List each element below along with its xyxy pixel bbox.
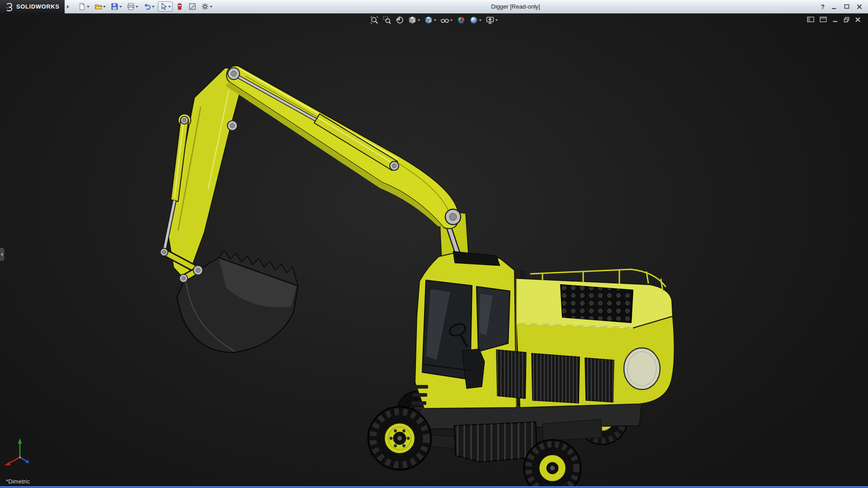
cab <box>411 251 516 408</box>
zoom-to-fit-button[interactable] <box>369 15 380 25</box>
heads-up-view-toolbar <box>369 15 499 25</box>
print-icon <box>127 3 135 10</box>
open-folder-icon <box>94 3 102 10</box>
select-cursor-icon <box>160 3 167 10</box>
rear-right-wheel[interactable] <box>576 393 628 445</box>
zoom-to-fit-icon <box>370 16 379 24</box>
featuremanager-flyout-tab[interactable] <box>0 248 4 261</box>
sketch-icon <box>189 3 196 10</box>
dropdown-caret-icon[interactable] <box>479 19 482 21</box>
boom-arm-assembly[interactable] <box>160 66 461 352</box>
collapse-arrow-icon <box>1 253 3 256</box>
split-pane-button[interactable] <box>820 16 827 23</box>
dropdown-caret-icon[interactable] <box>168 6 171 8</box>
titlebar: SOLIDWORKS <box>0 0 868 14</box>
restore-document-button[interactable] <box>844 17 849 23</box>
display-style-icon <box>425 16 433 24</box>
window-title: Digger [Read-only] <box>214 3 817 10</box>
open-button[interactable] <box>93 1 108 12</box>
minimize-button[interactable] <box>831 4 837 10</box>
new-document-icon <box>78 3 86 10</box>
edit-appearance-button[interactable] <box>456 15 467 25</box>
window-controls: ? <box>817 3 868 10</box>
undo-arrow-icon <box>143 3 151 10</box>
sketch-button[interactable] <box>187 1 198 12</box>
quick-access-toolbar <box>76 1 214 12</box>
dropdown-caret-icon[interactable] <box>418 19 420 21</box>
view-settings-icon <box>486 16 495 24</box>
zoom-to-area-button[interactable] <box>382 15 392 25</box>
new-document-button[interactable] <box>76 1 91 12</box>
restore-document-icon <box>844 17 849 23</box>
taskbar-edge <box>0 486 868 488</box>
solidworks-logo: SOLIDWORKS <box>0 0 65 14</box>
front-right-wheel[interactable] <box>524 440 581 488</box>
dropdown-caret-icon[interactable] <box>495 19 498 21</box>
hide-show-items-button[interactable] <box>440 15 454 25</box>
triad-z-axis <box>25 460 29 464</box>
display-style-button[interactable] <box>424 15 438 25</box>
menu-flyout-arrow-icon[interactable] <box>67 5 69 9</box>
select-tool-button[interactable] <box>158 1 173 12</box>
close-document-button[interactable] <box>855 17 861 23</box>
upper-body[interactable] <box>411 211 675 408</box>
render-tools-icon <box>176 3 184 10</box>
graphics-area[interactable]: *Dimetric <box>0 14 868 488</box>
dropdown-caret-icon[interactable] <box>103 6 106 8</box>
triad-x-axis <box>5 462 11 466</box>
orientation-triad[interactable] <box>5 438 29 465</box>
logo-text: SOLIDWORKS <box>16 3 60 10</box>
section-view-button[interactable] <box>395 15 405 25</box>
dropdown-caret-icon[interactable] <box>119 6 122 8</box>
bucket <box>177 250 298 352</box>
minimize-document-button[interactable] <box>832 17 838 23</box>
close-icon <box>856 4 863 10</box>
view-settings-button[interactable] <box>485 15 499 25</box>
options-gear-icon <box>201 3 209 10</box>
maximize-icon <box>844 4 850 10</box>
triad-y-axis <box>18 438 22 444</box>
edit-appearance-ball-icon <box>457 16 466 24</box>
view-orientation-cube-icon <box>408 16 417 24</box>
dropdown-caret-icon[interactable] <box>450 19 453 21</box>
save-button[interactable] <box>109 1 124 12</box>
rear-left-wheel[interactable] <box>397 391 439 433</box>
previous-pane-icon <box>807 16 814 23</box>
apply-scene-sphere-icon <box>470 16 478 24</box>
dropdown-caret-icon[interactable] <box>136 6 138 8</box>
view-orientation-button[interactable] <box>407 15 421 25</box>
split-pane-icon <box>820 16 827 23</box>
zoom-to-area-icon <box>383 16 392 24</box>
excavator-model[interactable] <box>160 66 675 488</box>
previous-pane-button[interactable] <box>807 16 814 23</box>
view-orientation-label: *Dimetric <box>6 478 30 485</box>
document-window-controls <box>807 16 861 23</box>
front-left-wheel[interactable] <box>368 407 431 470</box>
dropdown-caret-icon[interactable] <box>210 6 212 8</box>
maximize-button[interactable] <box>844 4 850 10</box>
print-button[interactable] <box>125 1 140 12</box>
section-view-icon <box>396 16 404 24</box>
dropdown-caret-icon[interactable] <box>434 19 437 21</box>
handrail <box>531 269 665 291</box>
dropdown-caret-icon[interactable] <box>87 6 90 8</box>
apply-scene-button[interactable] <box>469 15 483 25</box>
undo-button[interactable] <box>142 1 156 12</box>
pivot-pins <box>160 68 461 282</box>
save-floppy-icon <box>111 3 118 10</box>
options-button[interactable] <box>199 1 214 12</box>
render-tools-button[interactable] <box>174 1 185 12</box>
minimize-icon <box>831 4 837 10</box>
dropdown-caret-icon[interactable] <box>152 6 155 8</box>
chassis[interactable] <box>388 402 642 462</box>
help-button[interactable]: ? <box>821 3 825 10</box>
dassault-systemes-icon <box>5 2 14 11</box>
graphics-scene <box>0 14 868 488</box>
hide-show-glasses-icon <box>441 16 449 24</box>
close-button[interactable] <box>856 4 863 10</box>
boom <box>226 66 458 228</box>
close-document-icon <box>855 17 861 23</box>
minimize-document-icon <box>832 17 838 23</box>
engine-hood <box>496 269 675 408</box>
